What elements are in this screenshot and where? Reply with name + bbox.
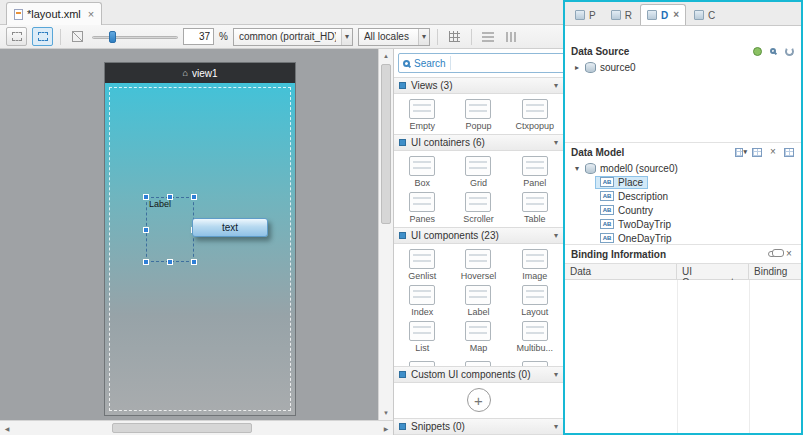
- section-title: Binding Information: [571, 249, 666, 260]
- scroll-down-icon[interactable]: ▼: [379, 406, 393, 420]
- palette-item-panel[interactable]: Panel: [507, 153, 563, 189]
- binding-table-body[interactable]: [565, 280, 801, 433]
- resize-handle[interactable]: [167, 259, 173, 265]
- zoom-slider[interactable]: [92, 28, 178, 46]
- palette-item-ctxpopup[interactable]: Ctxpopup: [507, 96, 563, 132]
- align-horizontal-button[interactable]: [479, 27, 498, 46]
- add-custom-component-button[interactable]: +: [467, 388, 491, 412]
- tab-data-binding[interactable]: D ×: [640, 4, 686, 25]
- selection-rect[interactable]: Label: [146, 197, 194, 262]
- palette-item-partial[interactable]: [507, 358, 563, 366]
- tree-item-model0[interactable]: ▾ model0 (source0): [565, 161, 801, 175]
- tab-layout-xml[interactable]: *layout.xml ×: [6, 2, 102, 25]
- palette-item-label: Map: [470, 343, 488, 353]
- section-header-containers[interactable]: UI containers (6) ▾: [394, 134, 563, 151]
- palette-item-empty[interactable]: Empty: [394, 96, 450, 132]
- resize-handle[interactable]: [191, 259, 197, 265]
- palette-item-layout[interactable]: Layout: [507, 282, 563, 318]
- scroll-left-icon[interactable]: ◀: [0, 421, 14, 435]
- column-header-data[interactable]: Data: [565, 264, 677, 279]
- palette-item-map[interactable]: Map: [450, 318, 506, 354]
- add-datasource-button[interactable]: [751, 45, 763, 57]
- button-widget[interactable]: text: [192, 218, 268, 237]
- canvas-vertical-scrollbar[interactable]: ▲ ▼: [378, 49, 393, 420]
- collapse-all-button[interactable]: [783, 146, 795, 158]
- section-header-views[interactable]: Views (3) ▾: [394, 77, 563, 94]
- refresh-icon: [785, 47, 794, 56]
- search-input[interactable]: [455, 58, 563, 69]
- align-vertical-button[interactable]: [503, 27, 522, 46]
- link-binding-button[interactable]: [767, 248, 779, 260]
- palette-item-table[interactable]: Table: [507, 189, 563, 225]
- expand-icon[interactable]: ▸: [573, 63, 581, 72]
- palette-item-genlist[interactable]: Genlist: [394, 246, 450, 282]
- resize-handle[interactable]: [143, 227, 149, 233]
- palette-item-label[interactable]: Label: [450, 282, 506, 318]
- palette-item-label: Grid: [470, 178, 487, 188]
- tab-console[interactable]: C: [687, 4, 722, 25]
- palette-item-hoversel[interactable]: Hoversel: [450, 246, 506, 282]
- canvas-horizontal-scrollbar[interactable]: ◀ ▶: [0, 420, 393, 435]
- palette-item-partial[interactable]: [394, 358, 450, 366]
- palette-item-grid[interactable]: Grid: [450, 153, 506, 189]
- section-header-components[interactable]: UI components (23) ▾: [394, 227, 563, 244]
- tree-item-twodaytrip[interactable]: AB TwoDayTrip: [565, 217, 801, 231]
- palette-item-scroller[interactable]: Scroller: [450, 189, 506, 225]
- palette-search-row: Search ▶: [394, 49, 563, 77]
- profile-dropdown[interactable]: common (portrait_HD) ▾: [233, 28, 353, 46]
- view-body[interactable]: Label text: [105, 83, 295, 415]
- grid-toggle-button[interactable]: [445, 27, 464, 46]
- resize-handle[interactable]: [143, 194, 149, 200]
- zoom-slider-handle[interactable]: [109, 31, 116, 43]
- pointer-tool-button[interactable]: [6, 27, 27, 46]
- palette-item-panes[interactable]: Panes: [394, 189, 450, 225]
- tree-item-place[interactable]: AB Place: [565, 175, 801, 189]
- add-field-button[interactable]: [751, 146, 763, 158]
- resize-handle[interactable]: [191, 194, 197, 200]
- palette-item-multibutton[interactable]: Multibu...: [507, 318, 563, 354]
- add-model-button[interactable]: ▾: [735, 146, 747, 158]
- palette-item-index[interactable]: Index: [394, 282, 450, 318]
- search-icon: [403, 60, 410, 67]
- design-canvas[interactable]: ⌂ view1 Label: [0, 49, 378, 420]
- fit-to-window-button[interactable]: [68, 27, 87, 46]
- palette-item-box[interactable]: Box: [394, 153, 450, 189]
- palette-search-field[interactable]: Search: [398, 53, 563, 73]
- scroll-right-icon[interactable]: ▶: [379, 421, 393, 435]
- vertical-scroll-thumb[interactable]: [381, 64, 391, 224]
- resize-handle[interactable]: [167, 194, 173, 200]
- close-icon[interactable]: ×: [673, 10, 679, 20]
- close-icon[interactable]: ×: [88, 9, 94, 19]
- column-header-ui-component[interactable]: UI Component: [677, 264, 749, 279]
- tab-resource[interactable]: R: [604, 4, 639, 25]
- tree-item-label: Place: [618, 177, 643, 188]
- search-datasource-button[interactable]: [767, 45, 779, 57]
- section-header-snippets[interactable]: Snippets (0) ▾: [394, 418, 563, 435]
- widget-icon: [409, 361, 435, 366]
- palette-item-image[interactable]: Image: [507, 246, 563, 282]
- palette-item-partial[interactable]: [450, 358, 506, 366]
- resize-handle[interactable]: [143, 259, 149, 265]
- tree-item-country[interactable]: AB Country: [565, 203, 801, 217]
- palette-item-popup[interactable]: Popup: [450, 96, 506, 132]
- chevron-down-icon: ▾: [743, 148, 747, 156]
- refresh-datasource-button[interactable]: [783, 45, 795, 57]
- section-bullet-icon: [399, 139, 406, 146]
- delete-field-button[interactable]: ×: [767, 146, 779, 158]
- selection-tool-button[interactable]: [32, 27, 53, 46]
- locale-dropdown[interactable]: All locales ▾: [358, 28, 430, 46]
- column-header-binding[interactable]: Binding: [749, 264, 801, 279]
- scroll-up-icon[interactable]: ▲: [379, 49, 393, 63]
- tree-item-source0[interactable]: ▸ source0: [565, 60, 801, 74]
- tree-item-description[interactable]: AB Description: [565, 189, 801, 203]
- collapse-icon[interactable]: ▾: [573, 164, 581, 173]
- palette-item-list[interactable]: List: [394, 318, 450, 354]
- horizontal-scroll-thumb[interactable]: [112, 423, 252, 433]
- label-widget[interactable]: Label: [149, 199, 171, 209]
- zoom-input[interactable]: [183, 28, 214, 45]
- section-header-custom[interactable]: Custom UI components (0) ▾: [394, 366, 563, 383]
- tree-item-onedaytrip[interactable]: AB OneDayTrip: [565, 231, 801, 245]
- remove-binding-button[interactable]: ×: [783, 248, 795, 260]
- palette-item-label: List: [415, 343, 429, 353]
- tab-palette[interactable]: P: [568, 4, 603, 25]
